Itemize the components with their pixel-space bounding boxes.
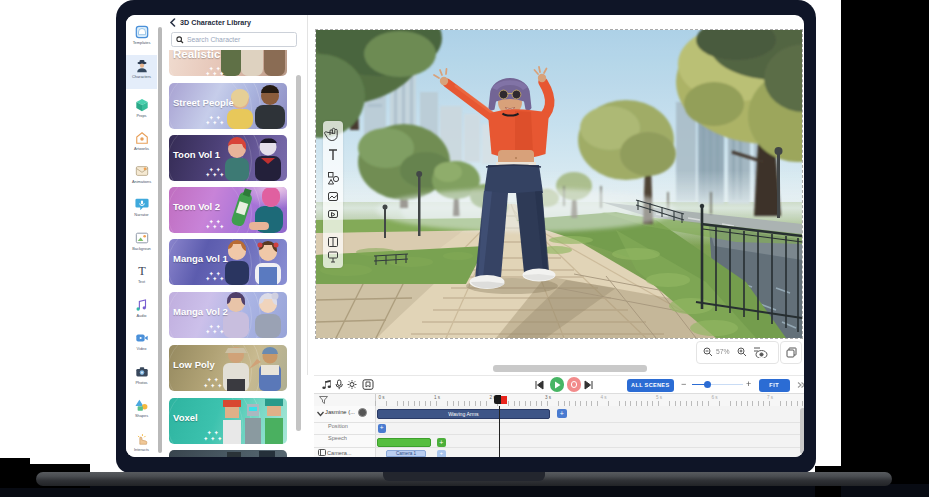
svg-text:T: T bbox=[138, 264, 146, 278]
